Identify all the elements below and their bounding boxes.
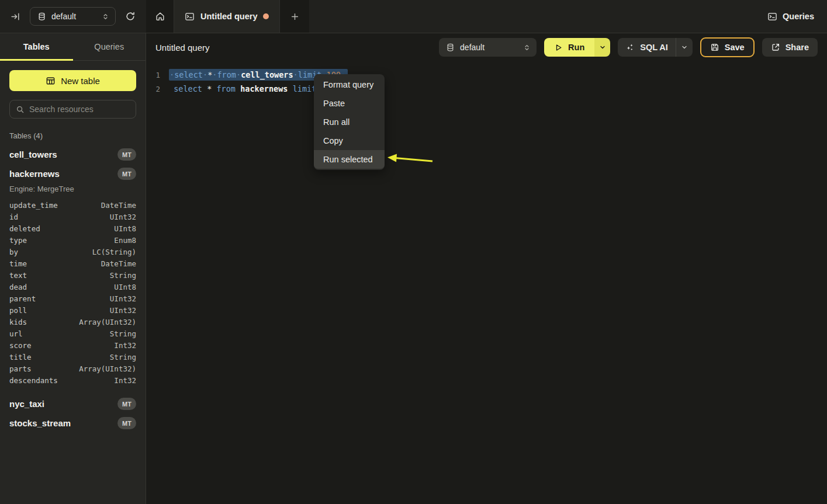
editor-context-menu: Format query Paste Run all Copy Run sele… [314, 74, 385, 170]
tab-untitled-query[interactable]: Untitled query [174, 0, 280, 33]
column-name: kids [9, 318, 27, 326]
column-row: pollUInt32 [9, 304, 136, 316]
sidebar-body: New table Tables (4) cell_towers MT hack… [0, 61, 146, 442]
tab-title: Untitled query [200, 12, 257, 21]
column-type: Int32 [114, 376, 136, 385]
column-row: scoreInt32 [9, 339, 136, 351]
plus-icon [290, 12, 299, 21]
line-number: 1 [146, 71, 160, 79]
column-type: UInt32 [110, 213, 136, 221]
column-type: UInt8 [114, 224, 136, 233]
play-icon [554, 43, 563, 52]
column-name: parent [9, 294, 36, 303]
column-row: titleString [9, 351, 136, 363]
sql-ai-label: SQL AI [640, 43, 668, 52]
database-selector[interactable]: default [30, 7, 116, 26]
column-name: title [9, 353, 32, 362]
engine-badge: MT [117, 148, 136, 161]
sql-editor[interactable]: 1 ·select·*·from·cell_towers·limit·100· … [146, 61, 827, 96]
run-button[interactable]: Run [544, 38, 594, 57]
refresh-button[interactable] [124, 10, 137, 23]
database-icon [37, 12, 46, 21]
table-name: nyc_taxi [9, 399, 44, 409]
new-tab-button[interactable] [280, 0, 309, 33]
column-name: dead [9, 283, 27, 291]
collapse-sidebar-icon [11, 12, 20, 22]
menu-item-run-all[interactable]: Run all [314, 113, 385, 131]
column-name: text [9, 271, 27, 280]
home-button[interactable] [146, 0, 174, 33]
column-name: by [9, 248, 18, 256]
code-line-1[interactable]: 1 ·select·*·from·cell_towers·limit·100· [146, 68, 827, 82]
tab-queries[interactable]: Queries [73, 33, 146, 60]
line-number: 2 [146, 85, 160, 93]
chevron-down-icon [599, 44, 606, 51]
engine-badge: MT [117, 398, 136, 410]
menu-item-run-selected[interactable]: Run selected [314, 150, 385, 169]
column-type: UInt32 [110, 306, 136, 315]
column-row: timeDateTime [9, 258, 136, 269]
tab-strip: Untitled query [146, 0, 309, 33]
search-box[interactable] [9, 100, 136, 119]
sidebar-tabs: Tables Queries [0, 33, 146, 61]
new-table-button[interactable]: New table [9, 70, 136, 91]
column-type: Array(UInt32) [79, 318, 136, 326]
save-button-label: Save [725, 43, 745, 52]
query-title: Untitled query [155, 43, 210, 53]
table-name: cell_towers [9, 150, 57, 159]
database-selector[interactable]: default [439, 38, 537, 57]
column-type: UInt8 [114, 283, 136, 291]
topbar-right: Queries [767, 0, 827, 33]
home-icon [155, 11, 165, 22]
column-row: textString [9, 269, 136, 281]
topbar: default Untitled query [0, 0, 827, 33]
menu-item-copy[interactable]: Copy [314, 131, 385, 150]
database-selector-value: default [460, 43, 518, 52]
collapse-sidebar-button[interactable] [9, 11, 22, 23]
column-type: String [110, 271, 136, 280]
table-row-stocks-stream[interactable]: stocks_stream MT [9, 413, 136, 433]
tab-tables-label: Tables [23, 42, 50, 51]
table-row-nyc-taxi[interactable]: nyc_taxi MT [9, 394, 136, 413]
queries-button[interactable]: Queries [767, 12, 814, 22]
table-grid-icon [46, 76, 56, 86]
save-button[interactable]: Save [700, 37, 755, 57]
search-input[interactable] [29, 105, 135, 114]
sql-ai-options-button[interactable] [676, 38, 693, 57]
column-type: DateTime [101, 201, 136, 210]
tab-tables[interactable]: Tables [0, 33, 73, 60]
column-row: typeEnum8 [9, 234, 136, 246]
sidebar: Tables Queries New table Tables (4) [0, 33, 146, 504]
column-name: time [9, 259, 27, 268]
column-row: kidsArray(UInt32) [9, 316, 136, 328]
queries-button-label: Queries [783, 12, 814, 21]
column-type: DateTime [101, 259, 136, 268]
run-button-label: Run [568, 43, 584, 52]
table-row-hackernews[interactable]: hackernews MT [9, 164, 136, 183]
database-icon [446, 43, 455, 52]
column-name: id [9, 213, 18, 221]
sparkles-icon [625, 43, 635, 52]
query-header: Untitled query default Run [146, 33, 827, 61]
column-row: byLC(String) [9, 246, 136, 258]
code-line-2[interactable]: 2 select*fromhackernewslimit [146, 82, 827, 96]
share-button[interactable]: Share [762, 38, 818, 57]
terminal-icon [767, 12, 777, 22]
column-name: score [9, 341, 32, 350]
menu-item-format-query[interactable]: Format query [314, 75, 385, 94]
menu-item-paste[interactable]: Paste [314, 94, 385, 113]
refresh-icon [125, 11, 136, 22]
run-button-group: Run [544, 38, 610, 57]
table-name: hackernews [9, 169, 60, 179]
annotation-arrow [386, 152, 436, 166]
run-options-button[interactable] [594, 38, 610, 57]
chevron-down-icon [681, 44, 688, 51]
column-type: UInt32 [110, 294, 136, 303]
tab-queries-label: Queries [94, 42, 124, 51]
sql-text[interactable]: select*fromhackernewslimit [169, 84, 316, 93]
column-row: urlString [9, 328, 136, 339]
sql-ai-button[interactable]: SQL AI [618, 38, 676, 57]
table-name: stocks_stream [9, 418, 71, 428]
table-row-cell-towers[interactable]: cell_towers MT [9, 145, 136, 164]
column-name: type [9, 236, 27, 245]
